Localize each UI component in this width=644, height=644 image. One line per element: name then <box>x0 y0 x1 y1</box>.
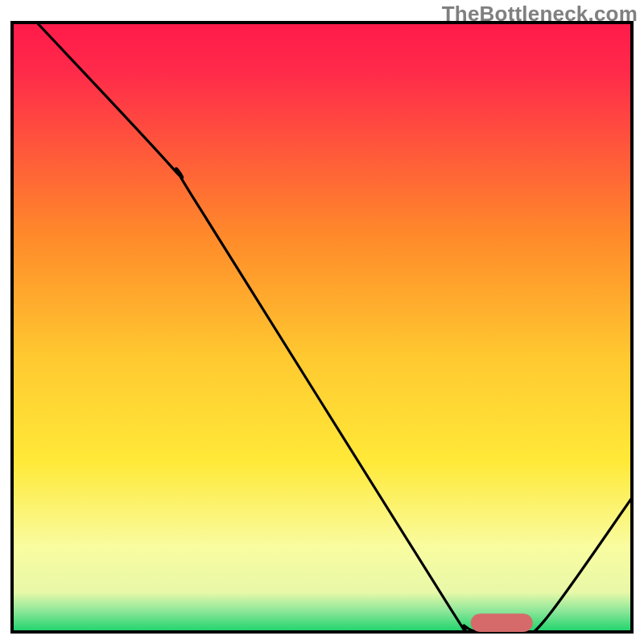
bottleneck-chart: TheBottleneck.com <box>0 0 644 644</box>
watermark-text: TheBottleneck.com <box>442 2 638 27</box>
chart-svg <box>0 0 644 644</box>
gradient-background <box>12 23 632 632</box>
optimal-marker <box>471 613 533 632</box>
